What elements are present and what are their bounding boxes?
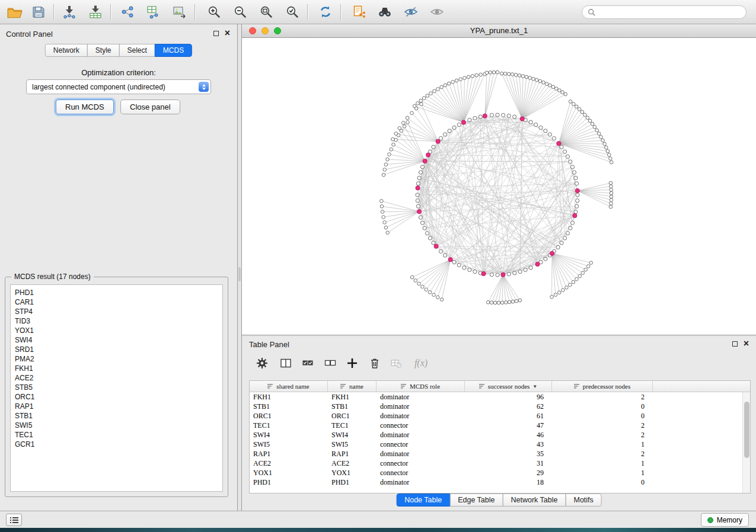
network-node[interactable] xyxy=(551,85,555,89)
column-sort-icon[interactable] xyxy=(479,383,485,389)
network-hub-node[interactable] xyxy=(426,153,430,157)
network-node[interactable] xyxy=(518,74,521,78)
table-cell[interactable]: SWI4 xyxy=(328,430,377,440)
network-node[interactable] xyxy=(416,102,420,105)
vertical-splitter[interactable] xyxy=(238,24,242,511)
clear-selection-button[interactable] xyxy=(321,354,340,373)
memory-button[interactable]: Memory xyxy=(701,513,749,527)
network-node[interactable] xyxy=(414,107,418,110)
network-node[interactable] xyxy=(423,226,426,230)
network-hub-node[interactable] xyxy=(423,159,427,163)
import-table-button[interactable] xyxy=(84,2,107,21)
column-header-successor-nodes[interactable]: successor nodes▼ xyxy=(465,381,552,392)
create-column-button[interactable] xyxy=(343,354,362,373)
table-cell[interactable]: connector xyxy=(377,421,465,430)
tab-network[interactable]: Network xyxy=(45,44,88,57)
network-node[interactable] xyxy=(475,73,479,77)
network-node[interactable] xyxy=(557,291,561,294)
table-cell[interactable]: 96 xyxy=(465,392,552,402)
network-node[interactable] xyxy=(589,261,593,265)
network-node[interactable] xyxy=(507,273,511,276)
network-node[interactable] xyxy=(539,126,543,129)
network-node[interactable] xyxy=(535,78,538,82)
network-node[interactable] xyxy=(570,221,574,225)
table-cell[interactable]: dominator xyxy=(377,392,465,402)
show-panels-button[interactable] xyxy=(6,514,22,526)
network-node[interactable] xyxy=(394,132,398,136)
select-all-button[interactable] xyxy=(298,354,317,373)
table-cell[interactable]: RAP1 xyxy=(328,449,377,459)
network-node[interactable] xyxy=(507,72,511,76)
network-node[interactable] xyxy=(471,75,474,78)
network-node[interactable] xyxy=(452,260,456,264)
network-node[interactable] xyxy=(578,274,582,278)
network-hub-node[interactable] xyxy=(434,244,438,248)
table-cell[interactable]: TEC1 xyxy=(328,421,377,430)
network-node[interactable] xyxy=(444,84,447,87)
network-node[interactable] xyxy=(384,163,388,166)
network-node[interactable] xyxy=(390,148,393,151)
network-hub-node[interactable] xyxy=(436,139,440,143)
network-node[interactable] xyxy=(532,77,535,81)
network-hub-node[interactable] xyxy=(535,262,540,266)
network-node[interactable] xyxy=(479,73,483,76)
network-node[interactable] xyxy=(436,296,439,299)
network-node[interactable] xyxy=(570,165,574,169)
network-node[interactable] xyxy=(486,301,490,305)
table-cell[interactable]: 31 xyxy=(465,459,552,468)
close-table-panel-icon[interactable]: × xyxy=(744,341,749,347)
network-node[interactable] xyxy=(561,91,564,94)
network-node[interactable] xyxy=(511,300,515,303)
network-node[interactable] xyxy=(544,257,547,261)
table-cell[interactable]: PHD1 xyxy=(328,477,377,487)
network-node[interactable] xyxy=(419,171,422,174)
column-sort-icon[interactable] xyxy=(574,383,580,389)
network-node[interactable] xyxy=(440,85,444,89)
network-node[interactable] xyxy=(419,99,423,102)
table-row[interactable]: ORC1ORC1dominator610 xyxy=(250,411,750,421)
network-hub-node[interactable] xyxy=(520,117,524,121)
network-node[interactable] xyxy=(588,119,592,123)
network-node[interactable] xyxy=(575,204,579,208)
column-header-predecessor-nodes[interactable]: predecessor nodes xyxy=(552,381,653,392)
show-details-button[interactable] xyxy=(426,2,448,21)
network-node[interactable] xyxy=(443,254,446,257)
table-cell[interactable]: ORC1 xyxy=(250,411,328,421)
network-node[interactable] xyxy=(439,136,442,140)
mcds-result-item[interactable]: PMA2 xyxy=(15,354,222,364)
network-node[interactable] xyxy=(597,132,601,136)
network-node[interactable] xyxy=(485,71,489,75)
table-cell[interactable]: 0 xyxy=(552,411,653,421)
network-node[interactable] xyxy=(566,155,569,158)
network-node[interactable] xyxy=(401,121,405,125)
network-node[interactable] xyxy=(414,279,417,283)
table-row[interactable]: SWI5SWI5connector431 xyxy=(250,440,750,449)
network-node[interactable] xyxy=(448,129,451,133)
tab-mcds[interactable]: MCDS xyxy=(155,44,192,57)
network-hub-node[interactable] xyxy=(417,209,421,213)
criterion-dropdown[interactable]: largest connected component (undirected) xyxy=(26,79,211,94)
table-row[interactable]: ACE2ACE2connector311 xyxy=(250,459,750,468)
network-node[interactable] xyxy=(581,271,585,275)
network-node[interactable] xyxy=(521,75,525,78)
network-node[interactable] xyxy=(436,88,440,91)
table-cell[interactable]: dominator xyxy=(377,411,465,421)
network-node[interactable] xyxy=(610,198,613,202)
zoom-selected-button[interactable] xyxy=(281,2,304,21)
network-node[interactable] xyxy=(468,118,471,121)
network-node[interactable] xyxy=(609,157,613,161)
network-node[interactable] xyxy=(544,129,547,133)
column-header-MCDS-role[interactable]: MCDS role xyxy=(377,381,465,392)
network-node[interactable] xyxy=(556,245,560,249)
new-network-button[interactable] xyxy=(116,2,139,21)
network-node[interactable] xyxy=(610,191,613,195)
table-cell[interactable]: 2 xyxy=(552,449,653,459)
network-node[interactable] xyxy=(383,221,387,225)
network-node[interactable] xyxy=(496,113,499,117)
network-node[interactable] xyxy=(392,143,395,146)
table-cell[interactable]: 2 xyxy=(552,430,653,440)
network-node[interactable] xyxy=(569,160,572,164)
network-node[interactable] xyxy=(496,273,499,277)
network-node[interactable] xyxy=(422,97,426,100)
network-node[interactable] xyxy=(388,153,391,156)
